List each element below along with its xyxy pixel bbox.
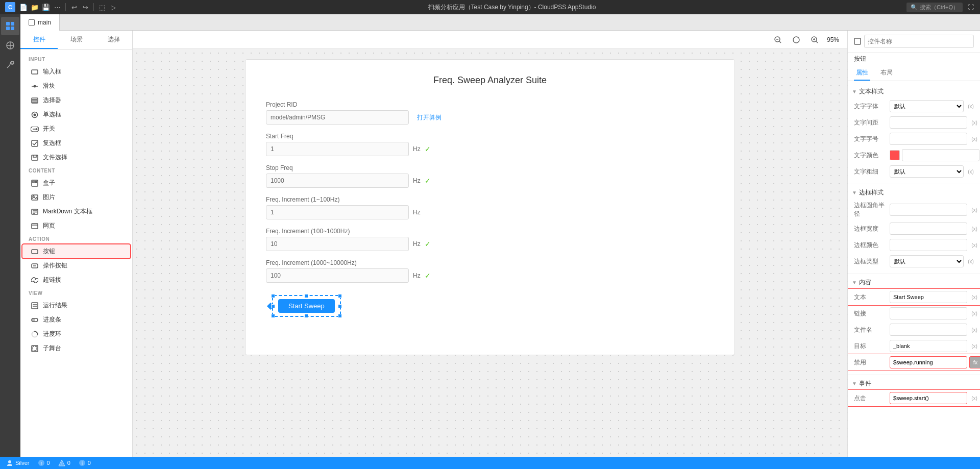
prop-input-content-target[interactable]	[890, 340, 967, 352]
prop-select-font-family[interactable]: 默认	[890, 100, 964, 112]
comp-image[interactable]: 图片	[22, 190, 130, 204]
comp-run-result[interactable]: 运行结果	[22, 299, 130, 312]
comp-action-btn[interactable]: 操作按钮	[22, 259, 130, 273]
zoom-out-btn[interactable]	[772, 34, 784, 46]
handle-tr[interactable]	[338, 294, 342, 298]
form-input-3[interactable]	[266, 205, 409, 219]
form-input-5[interactable]	[266, 268, 409, 283]
comp-progress-bar[interactable]: 进度条	[22, 313, 130, 327]
main-tab[interactable]: main	[20, 14, 60, 31]
prop-input-disabled[interactable]	[890, 356, 967, 368]
button-icon	[31, 248, 39, 256]
prop-x-content-text[interactable]: (x)	[969, 292, 979, 302]
prop-input-font-spacing[interactable]	[890, 116, 967, 129]
new-file-icon[interactable]: 📄	[19, 3, 28, 11]
right-tab-layout[interactable]: 布局	[878, 65, 895, 81]
diamond-handle[interactable]	[267, 302, 274, 309]
handle-tm[interactable]	[304, 294, 308, 298]
handle-br[interactable]	[338, 314, 342, 318]
handle-mr[interactable]	[338, 304, 342, 308]
prop-input-border-width[interactable]	[890, 223, 967, 235]
prop-x-click[interactable]: (x)	[969, 393, 979, 403]
right-tab-props[interactable]: 属性	[854, 65, 870, 81]
comp-box[interactable]: 盒子	[22, 176, 130, 190]
zoom-in-btn[interactable]	[808, 34, 821, 46]
save-icon[interactable]: 💾	[42, 3, 50, 11]
redo-icon[interactable]: ↪	[81, 3, 89, 11]
prop-x-border-radius[interactable]: (x)	[969, 205, 979, 215]
search-box[interactable]: 🔍 搜索（Ctrl+Q）	[906, 3, 963, 12]
sidebar-scene-icon[interactable]	[1, 36, 19, 55]
prop-x-border-color[interactable]: (x)	[969, 240, 979, 250]
form-input-2[interactable]	[266, 174, 409, 188]
comp-slider[interactable]: 滑块	[22, 79, 130, 93]
tab-select[interactable]: 选择	[95, 31, 132, 49]
prop-input-content-filename[interactable]	[890, 324, 967, 336]
form-input-1[interactable]	[266, 142, 409, 156]
fit-screen-btn[interactable]	[790, 34, 802, 46]
open-folder-icon[interactable]: 📁	[31, 3, 39, 11]
prop-x-font-spacing[interactable]: (x)	[969, 117, 979, 128]
prop-input-font-char[interactable]	[890, 133, 967, 145]
open-link[interactable]: 打开算例	[417, 113, 442, 122]
prop-section-text-title[interactable]: ▼ 文本样式	[848, 85, 980, 98]
handle-bl[interactable]	[271, 314, 275, 318]
tab-controls[interactable]: 控件	[20, 31, 58, 49]
prop-input-click[interactable]	[890, 392, 967, 404]
handle-bm[interactable]	[304, 314, 308, 318]
comp-button[interactable]: 按钮	[22, 244, 130, 258]
export-icon[interactable]: ⬚	[98, 3, 106, 11]
font-color-swatch[interactable]	[890, 150, 900, 160]
prop-section-content-title[interactable]: ▼ 内容	[848, 276, 980, 289]
prop-select-font-weight[interactable]: 默认	[890, 165, 964, 178]
form-input-4[interactable]	[266, 237, 409, 251]
svg-text:!: !	[61, 461, 62, 466]
prop-input-border-color[interactable]	[890, 239, 967, 251]
preview-icon[interactable]: ▷	[109, 3, 117, 11]
prop-fx-disabled[interactable]: fx	[969, 356, 980, 368]
prop-section-event-title[interactable]: ▼ 事件	[848, 377, 980, 390]
start-sweep-button[interactable]: Start Sweep	[278, 299, 335, 313]
comp-file-picker[interactable]: 文件选择	[22, 151, 130, 164]
prop-input-content-text[interactable]	[890, 291, 967, 303]
comp-webpage[interactable]: 网页	[22, 219, 130, 233]
form-input-0[interactable]	[266, 110, 409, 125]
maximize-icon[interactable]: ⛶	[967, 3, 975, 11]
section-action-title: ACTION	[20, 233, 132, 244]
form-unit-3: Hz	[413, 209, 421, 216]
comp-checkbox[interactable]: 复选框	[22, 136, 130, 150]
sidebar-tools-icon[interactable]	[1, 56, 19, 74]
comp-child-stage[interactable]: 子舞台	[22, 341, 130, 355]
prop-input-content-link[interactable]	[890, 307, 967, 319]
prop-x-content-filename[interactable]: (x)	[969, 325, 979, 335]
comp-hyperlink[interactable]: 超链接	[22, 273, 130, 287]
prop-input-font-color[interactable]	[902, 149, 979, 161]
comp-progress-ring[interactable]: 进度环	[22, 327, 130, 341]
prop-x-border-type[interactable]: (x)	[966, 256, 976, 266]
prop-x-content-link[interactable]: (x)	[969, 308, 979, 318]
prop-x-border-width[interactable]: (x)	[969, 224, 979, 234]
prop-x-font-char[interactable]: (x)	[969, 134, 979, 144]
sidebar-components-icon[interactable]	[1, 17, 19, 35]
app-logo-icon: C	[5, 2, 15, 12]
handle-tl[interactable]	[271, 294, 275, 298]
undo-icon[interactable]: ↩	[70, 3, 78, 11]
prop-x-font-family[interactable]: (x)	[966, 101, 976, 111]
comp-selector[interactable]: 选择器	[22, 93, 130, 107]
prop-select-border-type[interactable]: 默认	[890, 255, 964, 267]
comp-switch[interactable]: 开关	[22, 122, 130, 136]
control-name-input[interactable]	[864, 35, 974, 48]
top-bar-right: 🔍 搜索（Ctrl+Q） ⛶	[906, 3, 975, 12]
prop-x-font-weight[interactable]: (x)	[966, 166, 976, 177]
more-icon[interactable]: ⋯	[53, 3, 61, 11]
prop-input-border-radius[interactable]	[890, 204, 967, 216]
comp-markdown[interactable]: MarkDown 文本框	[22, 205, 130, 218]
comp-radio[interactable]: 单选框	[22, 108, 130, 121]
comp-input-box[interactable]: 输入框	[22, 65, 130, 79]
prop-section-border-title[interactable]: ▼ 边框样式	[848, 186, 980, 199]
canvas-scroll-area[interactable]: Freq. Sweep Analyzer Suite Project RID 打…	[133, 49, 847, 457]
tab-scene[interactable]: 场景	[58, 31, 95, 49]
form-row-project-rid: Project RID 打开算例	[266, 101, 714, 125]
prop-x-content-target[interactable]: (x)	[969, 341, 979, 351]
prop-value-font-char: (x)	[890, 133, 979, 145]
